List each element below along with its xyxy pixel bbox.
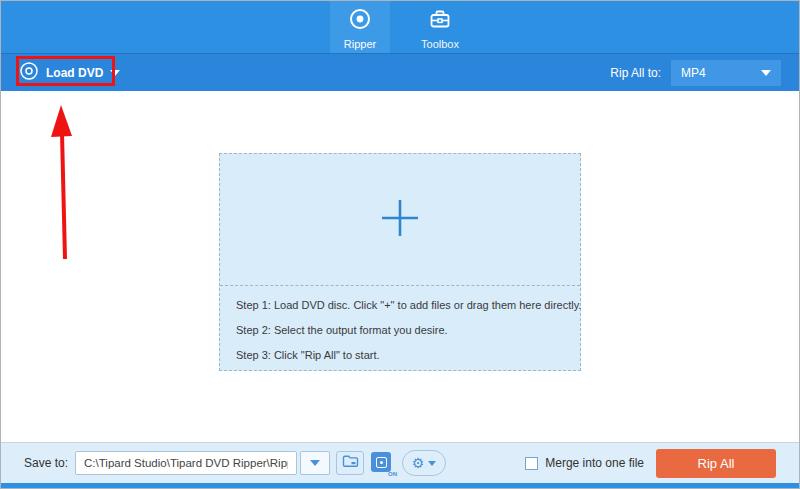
disc-icon: [348, 7, 372, 35]
chevron-down-icon: [428, 461, 436, 466]
tab-toolbox[interactable]: Toolbox: [410, 1, 470, 53]
rip-all-button[interactable]: Rip All: [656, 449, 776, 478]
save-path-dropdown-button[interactable]: [300, 451, 330, 475]
dvd-disc-icon: [19, 61, 39, 85]
main-content: Step 1: Load DVD disc. Click "+" to add …: [1, 91, 799, 442]
toolbar: Load DVD Rip All to: MP4: [1, 53, 799, 91]
bottom-bar: Save to: ON ⚙ Merge into one file Rip Al…: [1, 442, 799, 483]
tab-ripper-label: Ripper: [344, 38, 376, 50]
chevron-down-icon: [761, 70, 771, 76]
browse-folder-button[interactable]: [336, 451, 364, 475]
merge-checkbox[interactable]: [525, 457, 538, 470]
merge-into-one-file-option[interactable]: Merge into one file: [525, 456, 644, 470]
save-path-input[interactable]: [75, 451, 297, 475]
rip-all-to-label: Rip All to:: [610, 66, 661, 80]
output-format-select[interactable]: MP4: [671, 60, 781, 86]
chevron-down-icon: [310, 460, 320, 466]
chevron-down-icon: [110, 70, 120, 76]
step-1-text: Step 1: Load DVD disc. Click "+" to add …: [236, 299, 580, 311]
load-dvd-label: Load DVD: [46, 66, 103, 80]
add-files-area[interactable]: [220, 154, 580, 286]
gpu-chip-icon: [371, 452, 391, 472]
settings-button[interactable]: ⚙: [402, 450, 446, 476]
hardware-acceleration-toggle[interactable]: ON: [370, 451, 394, 475]
output-format-value: MP4: [681, 66, 706, 80]
toolbox-icon: [428, 7, 452, 35]
merge-checkbox-label: Merge into one file: [545, 456, 644, 470]
step-2-text: Step 2: Select the output format you des…: [236, 324, 580, 336]
save-to-label: Save to:: [24, 456, 68, 470]
folder-icon: [342, 454, 359, 472]
header-tab-bar: Ripper Toolbox: [1, 1, 799, 53]
app-window: { "header": { "tabs": [ { "label": "Ripp…: [0, 0, 800, 489]
step-3-text: Step 3: Click "Rip All" to start.: [236, 349, 580, 361]
hw-accel-on-badge: ON: [388, 471, 397, 477]
dvd-drop-zone: Step 1: Load DVD disc. Click "+" to add …: [219, 153, 581, 371]
load-dvd-button[interactable]: Load DVD: [19, 61, 120, 85]
plus-icon: [380, 198, 420, 242]
bottom-accent-strip: [1, 483, 799, 488]
main-tabs: Ripper Toolbox: [330, 1, 470, 53]
rip-all-to-group: Rip All to: MP4: [610, 60, 781, 86]
tab-ripper[interactable]: Ripper: [330, 1, 390, 53]
gear-icon: ⚙: [412, 456, 425, 470]
tab-toolbox-label: Toolbox: [421, 38, 459, 50]
instructions-panel: Step 1: Load DVD disc. Click "+" to add …: [220, 286, 580, 374]
